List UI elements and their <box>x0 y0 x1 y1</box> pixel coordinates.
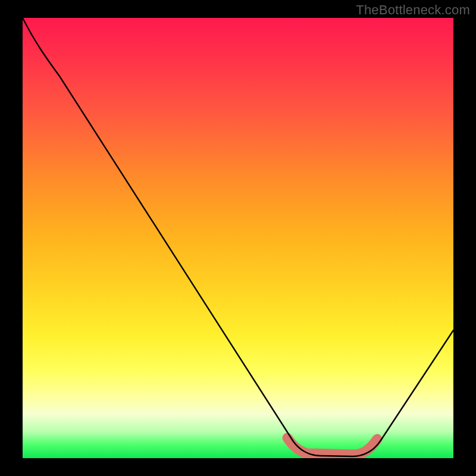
curve-path <box>23 18 453 456</box>
chart-frame: TheBottleneck.com <box>0 0 476 476</box>
watermark-label: TheBottleneck.com <box>356 2 470 18</box>
plot-area <box>23 18 453 458</box>
bottleneck-curve <box>23 18 453 458</box>
